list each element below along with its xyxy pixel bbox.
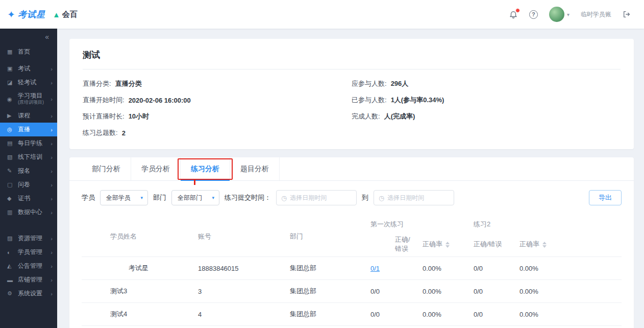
chevron-right-icon: › [51, 236, 53, 242]
user-avatar[interactable]: ▾ [549, 7, 569, 22]
survey-icon: ▢ [7, 181, 15, 188]
chevron-right-icon: › [51, 263, 53, 269]
table-row: 测试3 3 集团总部 0/0 0.00% 0/0 0.00% [82, 280, 622, 303]
daily-practice-icon: ▤ [7, 140, 15, 147]
sort-icon[interactable] [445, 242, 450, 248]
student-filter-select[interactable]: 全部学员 ▾ [100, 190, 148, 205]
examstar-logo-icon: ✦ [7, 9, 15, 20]
notification-bell-icon[interactable] [509, 10, 518, 19]
sidebar-item-exam[interactable]: ▣ 考试 › [0, 62, 57, 76]
chevron-right-icon: › [51, 249, 53, 255]
table-row: 测试5 5 集团总部 0/0 0.00% 0/0 0.00% [82, 326, 622, 328]
analysis-tabs: 部门分析 学员分析 练习分析 题目分析 [69, 157, 634, 181]
sort-icon[interactable] [542, 242, 547, 248]
chevron-right-icon: › [51, 154, 53, 160]
topbar: ✦ 考试星 ▲ 会百 ? ▾ 临时学员账 [0, 0, 644, 29]
col-header-dept: 部门 [286, 212, 366, 257]
tab-student-analysis[interactable]: 学员分析 [131, 157, 181, 180]
col-group-first-practice: 第一次练习 [366, 212, 469, 232]
light-exam-icon: ◪ [7, 79, 15, 86]
sidebar-item-light-exam[interactable]: ◪ 轻考试 › [0, 76, 57, 89]
org-logo-icon: ▲ [53, 10, 60, 19]
end-date-input[interactable]: ◷ [374, 190, 454, 205]
live-overview-card: 测试 直播分类: 直播分类 直播开始时间: 2020-02-06 16:00:0… [69, 39, 634, 149]
field-live-category: 直播分类: 直播分类 [83, 76, 352, 92]
resource-mgmt-icon: ▨ [7, 235, 15, 242]
col-header-correct-wrong-1: 正确/错误 [366, 232, 418, 257]
certificate-icon: ◆ [7, 195, 15, 202]
field-expected-participants: 应参与人数: 296人 [352, 76, 621, 92]
org-logo-text: 会百 [62, 10, 78, 19]
sidebar-item-registration[interactable]: ✎ 报名 › [0, 164, 57, 178]
chevron-right-icon: › [51, 291, 53, 297]
store-icon: ▬ [7, 277, 15, 283]
page-title: 测试 [83, 49, 621, 61]
sidebar-item-learning-project[interactable]: ◉ 学习项目 (原培训项目) › [0, 89, 57, 109]
sidebar-item-offline-training[interactable]: ▧ 线下培训 › [0, 150, 57, 164]
sidebar-item-survey[interactable]: ▢ 问卷 › [0, 178, 57, 192]
chevron-right-icon: › [51, 209, 53, 216]
exam-icon: ▣ [7, 65, 15, 72]
col-header-name: 学员姓名 [82, 212, 194, 257]
sidebar-item-student-mgmt[interactable]: ◐ 学员管理 › [0, 245, 57, 259]
divider [83, 69, 621, 69]
filter-bar: 学员 全部学员 ▾ 部门 全部部门 ▾ 练习提交时间： ◷ 到 ◷ [69, 181, 634, 209]
end-date-field[interactable] [387, 194, 449, 201]
start-date-input[interactable]: ◷ [276, 190, 357, 205]
chevron-right-icon: › [51, 80, 53, 86]
sidebar-item-live[interactable]: ◎ 直播 › [0, 123, 57, 136]
chevron-down-icon: ▾ [567, 12, 569, 17]
to-label: 到 [362, 193, 368, 202]
dept-filter-select[interactable]: 全部部门 ▾ [171, 190, 219, 205]
course-icon: ▶ [7, 112, 15, 119]
chevron-right-icon: › [51, 196, 53, 202]
sidebar-item-home[interactable]: ▦ 首页 [0, 45, 57, 59]
field-completed-count: 完成人数: 人(完成率) [352, 108, 621, 125]
analysis-card: 部门分析 学员分析 练习分析 题目分析 学员 全部学员 ▾ 部门 全部部门 ▾ … [69, 157, 634, 328]
main-content: 测试 直播分类: 直播分类 直播开始时间: 2020-02-06 16:00:0… [57, 29, 644, 328]
home-icon: ▦ [7, 49, 15, 55]
export-button[interactable]: 导出 [589, 190, 622, 205]
sidebar-item-course[interactable]: ▶ 课程 › [0, 109, 57, 123]
clock-icon: ◷ [379, 194, 384, 202]
logout-icon[interactable] [623, 10, 631, 18]
sidebar-collapse-button[interactable]: « [0, 29, 57, 45]
chevron-right-icon: › [51, 277, 53, 283]
sidebar-item-store-mgmt[interactable]: ▬ 店铺管理 › [0, 273, 57, 287]
sidebar-item-announcement-mgmt[interactable]: ◭ 公告管理 › [0, 259, 57, 273]
sidebar-item-certificate[interactable]: ◆ 证书 › [0, 192, 57, 205]
col-header-account: 账号 [194, 212, 286, 257]
dept-filter-label: 部门 [153, 193, 166, 202]
col-header-correct-wrong-2: 正确/错误 [469, 232, 515, 257]
correct-wrong-link[interactable]: 0/1 [370, 265, 380, 272]
data-center-icon: ▥ [7, 209, 15, 216]
learning-project-icon: ◉ [7, 96, 15, 103]
student-filter-label: 学员 [82, 193, 95, 202]
notification-badge [515, 8, 520, 13]
live-icon: ◎ [7, 126, 15, 133]
sidebar-item-system-settings[interactable]: ⚙ 系统设置 › [0, 287, 57, 300]
field-total-questions: 练习总题数: 2 [83, 125, 352, 141]
sidebar: « ▦ 首页 ▣ 考试 › ◪ 轻考试 › ◉ 学习项目 (原培训项目) › ▶… [0, 29, 57, 328]
chevron-right-icon: › [51, 113, 53, 119]
chevron-right-icon: › [51, 127, 53, 133]
tab-department-analysis[interactable]: 部门分析 [82, 157, 131, 180]
examstar-logo-text: 考试星 [18, 9, 45, 20]
sidebar-item-daily-practice[interactable]: ▤ 每日学练 › [0, 136, 57, 150]
user-account-label: 临时学员账 [581, 10, 611, 19]
start-date-field[interactable] [290, 194, 352, 201]
col-header-accuracy-2: 正确率 [515, 232, 622, 257]
tab-practice-analysis[interactable]: 练习分析 [181, 157, 230, 180]
announcement-icon: ◭ [7, 263, 15, 269]
chevron-down-icon: ▾ [140, 195, 143, 200]
avatar [549, 7, 564, 22]
sidebar-item-data-center[interactable]: ▥ 数据中心 › [0, 205, 57, 219]
col-header-accuracy-1: 正确率 [418, 232, 469, 257]
settings-icon: ⚙ [7, 290, 15, 297]
sidebar-item-resource-mgmt[interactable]: ▨ 资源管理 › [0, 231, 57, 245]
chevron-down-icon: ▾ [212, 195, 214, 200]
tab-question-analysis[interactable]: 题目分析 [230, 157, 280, 180]
registration-icon: ✎ [7, 168, 15, 174]
chevron-right-icon: › [51, 96, 53, 102]
help-icon[interactable]: ? [529, 10, 538, 19]
